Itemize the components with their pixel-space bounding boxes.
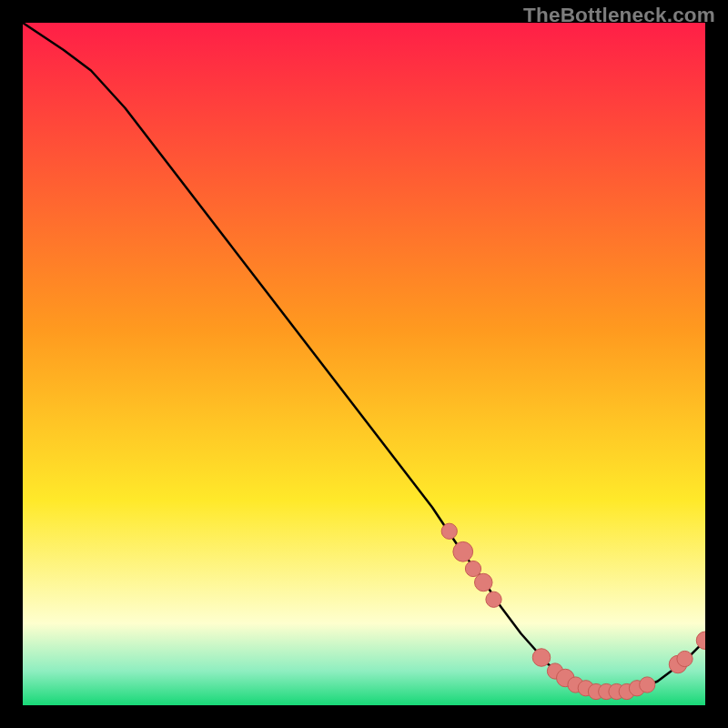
gradient-rect: [23, 23, 705, 705]
watermark-text: TheBottleneck.com: [523, 4, 715, 27]
plot-area: [23, 23, 705, 705]
gradient-background: [23, 23, 705, 705]
chart-frame: TheBottleneck.com: [0, 0, 728, 728]
